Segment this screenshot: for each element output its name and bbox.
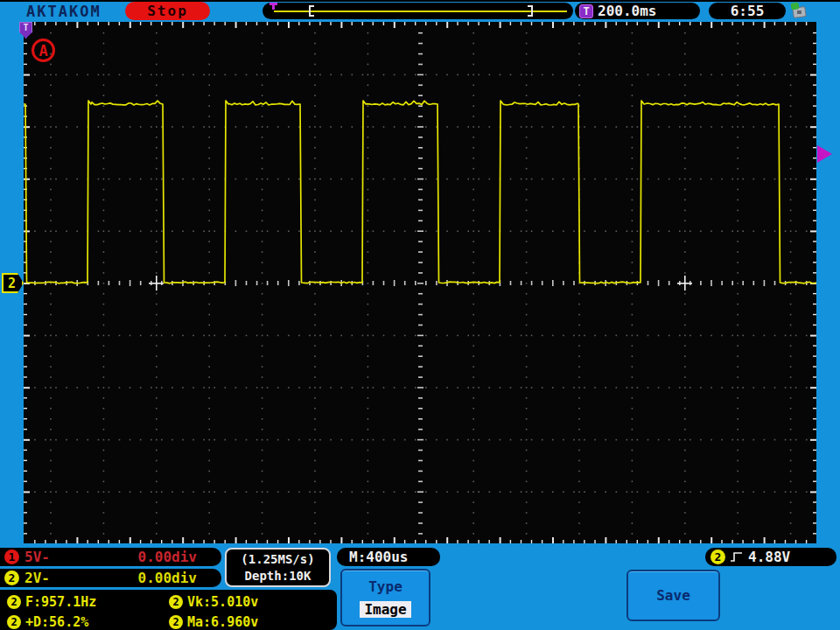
ch1-offset: 0.00div xyxy=(138,549,197,565)
rising-edge-icon xyxy=(730,551,744,563)
trigger-t-icon: T xyxy=(579,4,593,18)
trigger-source-badge: 2 xyxy=(710,550,725,564)
ch2-status: 2 2V- 0.00div xyxy=(0,569,221,587)
usb-disk-icon xyxy=(790,3,809,19)
meas-label: F:957.1Hz xyxy=(25,594,96,610)
save-button-label: Save xyxy=(656,587,690,604)
screen-top-border xyxy=(0,0,840,2)
meas-ch-badge: 2 xyxy=(7,595,21,609)
horizontal-position-indicator xyxy=(262,3,573,19)
type-button-label: Type xyxy=(368,578,402,595)
meas-label: Ma:6.960v xyxy=(187,614,258,630)
hpos-trigger-marker-icon xyxy=(270,3,277,10)
measurement-amplitude: 2 Vk:5.010v xyxy=(169,592,344,612)
measurements-panel: 2 F:957.1Hz 2 Vk:5.010v 2 +D:56.2% 2 Ma:… xyxy=(0,590,337,630)
waveform-canvas xyxy=(24,22,816,543)
measurement-max: 2 Ma:6.960v xyxy=(169,612,344,630)
ch1-badge: 1 xyxy=(4,550,19,564)
timebase-readout: M:400us xyxy=(337,548,440,566)
memory-depth: Depth:10K xyxy=(245,568,312,584)
trigger-level-value: 4.88V xyxy=(748,549,790,565)
acquisition-status-badge[interactable]: Stop xyxy=(125,2,210,20)
ch1-status: 1 5V- 0.00div xyxy=(0,548,221,566)
acquisition-info: (1.25MS/s) Depth:10K xyxy=(225,548,331,587)
trigger-time-readout: T 200.0ms xyxy=(575,3,700,19)
type-menu-button[interactable]: Type Image xyxy=(340,569,430,626)
ch2-scale: 2V- xyxy=(24,570,50,586)
ch2-ground-marker: 2 xyxy=(2,273,24,293)
type-button-value: Image xyxy=(360,601,410,618)
ch2-offset: 0.00div xyxy=(138,570,197,586)
trigger-time-value: 200.0ms xyxy=(598,3,656,19)
measurement-frequency: 2 F:957.1Hz xyxy=(7,592,169,612)
measurement-duty: 2 +D:56.2% xyxy=(7,612,169,630)
trigger-level-readout: 2 4.88V xyxy=(705,548,836,566)
hpos-right-bracket-icon xyxy=(528,5,533,17)
meas-ch-badge: 2 xyxy=(169,595,183,609)
ch2-badge: 2 xyxy=(4,570,19,585)
save-button[interactable]: Save xyxy=(626,570,720,621)
waveform-display xyxy=(24,22,816,543)
sample-rate: (1.25MS/s) xyxy=(241,551,314,568)
auto-mode-badge: A xyxy=(32,38,55,62)
meas-label: Vk:5.010v xyxy=(187,594,258,610)
trigger-level-arrow-icon xyxy=(817,145,832,163)
meas-label: +D:56.2% xyxy=(25,614,88,630)
brand-logo: AKTAKOM xyxy=(26,3,102,20)
hpos-left-bracket-icon xyxy=(309,5,314,17)
hpos-window-line xyxy=(274,10,567,12)
meas-ch-badge: 2 xyxy=(169,615,183,629)
meas-ch-badge: 2 xyxy=(7,615,21,629)
ch1-scale: 5V- xyxy=(24,549,50,565)
clock: 6:55 xyxy=(709,3,786,19)
